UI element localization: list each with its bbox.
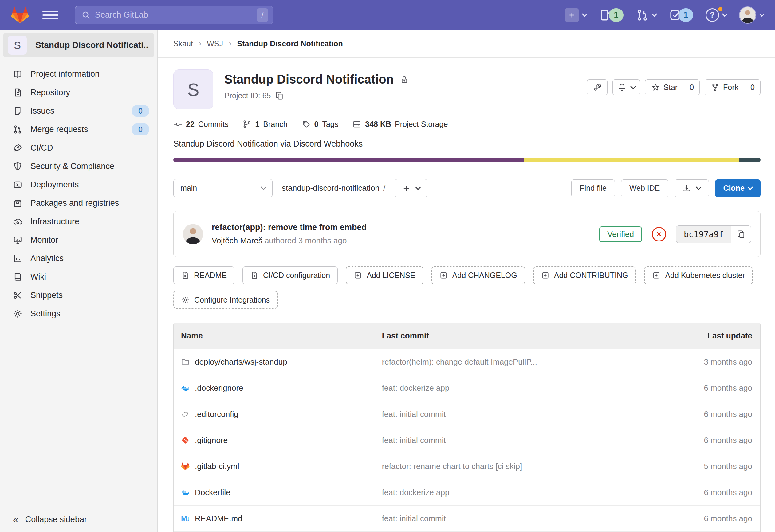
repository-icon [13,88,22,97]
stat-commits[interactable]: 22Commits [173,120,228,129]
sidebar-item-project-information[interactable]: Project information [0,65,157,83]
breadcrumb-group[interactable]: Skaut [173,39,193,48]
file-name[interactable]: Dockerfile [195,488,230,497]
language-segment [524,158,739,162]
sidebar-item-snippets[interactable]: Snippets [0,286,157,304]
add-changelog-button[interactable]: Add CHANGELOG [432,266,525,284]
web-ide-button[interactable]: Web IDE [621,179,668,197]
download-icon [683,184,691,193]
sidebar-item-wiki[interactable]: Wiki [0,268,157,286]
notification-dot [718,7,722,11]
gitlab-icon [181,462,190,471]
row-commit-message[interactable]: feat: initial commit [382,409,659,419]
hamburger-menu-icon[interactable] [42,7,58,23]
sidebar-item-analytics[interactable]: Analytics [0,249,157,268]
add-kubernetes-cluster-button[interactable]: Add Kubernetes cluster [644,266,753,284]
sidebar-item-infrastructure[interactable]: Infrastructure [0,212,157,231]
breadcrumb-separator: › [229,38,231,48]
pipeline-failed-icon[interactable] [652,227,666,241]
star-button[interactable]: Star [645,80,684,95]
sidebar-item-packages-registries[interactable]: Packages and registries [0,194,157,212]
file-name[interactable]: README.md [195,514,242,523]
clone-button[interactable]: Clone [715,179,761,197]
fork-button-group: Fork 0 [705,79,761,95]
breadcrumb-subgroup[interactable]: WSJ [207,39,223,48]
add-file-dropdown[interactable] [395,179,428,197]
commit-author[interactable]: Vojtěch Mareš [212,236,262,245]
row-commit-message[interactable]: feat: dockerize app [382,488,659,497]
merge-requests-menu-button[interactable] [636,9,656,22]
stat-storage[interactable]: 348 KBProject Storage [352,120,448,129]
project-context-header[interactable]: S Standup Discord Notificati... [3,33,154,57]
gear-icon [181,296,190,304]
issues-count-badge: 0 [131,105,149,117]
sidebar-item-merge-requests[interactable]: Merge requests 0 [0,120,157,139]
find-file-button[interactable]: Find file [571,179,615,197]
issues-menu-button[interactable]: 1 [599,8,624,22]
copy-sha-button[interactable] [731,226,751,243]
fork-button[interactable]: Fork [705,80,745,95]
scissors-icon [13,291,22,300]
sidebar-item-monitor[interactable]: Monitor [0,231,157,249]
file-name[interactable]: deploy/charts/wsj-standup [195,357,287,367]
sidebar-item-settings[interactable]: Settings [0,304,157,323]
table-row: deploy/charts/wsj-standup refactor(helm)… [174,349,760,375]
search-bar[interactable]: / [75,6,273,24]
fork-count[interactable]: 0 [745,80,760,95]
help-menu-button[interactable]: ? [706,8,727,22]
repo-path-name[interactable]: standup-discord-notification [282,183,379,193]
readme-button[interactable]: README [173,266,234,284]
sidebar-item-security-compliance[interactable]: Security & Compliance [0,157,157,175]
row-commit-message[interactable]: refactor: rename chart to charts [ci ski… [382,462,659,471]
user-menu-button[interactable] [739,6,764,24]
table-row: .dockerignore feat: dockerize app 6 mont… [174,375,760,401]
storage-icon [352,120,361,129]
sidebar-item-issues[interactable]: Issues 0 [0,102,157,120]
notifications-button[interactable] [613,79,640,95]
stat-branches[interactable]: 1Branch [242,120,287,129]
todos-button[interactable]: 1 [669,8,693,22]
verified-badge[interactable]: Verified [599,226,642,242]
stat-tags[interactable]: 0Tags [302,120,338,129]
search-input[interactable] [95,10,252,20]
star-count[interactable]: 0 [684,80,699,95]
row-commit-message[interactable]: feat: initial commit [382,514,659,523]
settings-wrench-button[interactable] [587,79,608,95]
row-commit-message[interactable]: refactor(helm): change default ImagePull… [382,357,659,367]
add-license-button[interactable]: Add LICENSE [346,266,423,284]
configure-integrations-button[interactable]: Configure Integrations [173,291,278,309]
download-button[interactable] [675,179,709,197]
plus-icon [402,184,411,193]
project-avatar: S [173,69,213,109]
commit-message[interactable]: refactor(app): remove time from embed [212,223,366,232]
todos-count-badge: 1 [679,8,693,22]
row-last-update: 6 months ago [659,409,760,419]
gitlab-logo-icon[interactable] [11,6,29,24]
sidebar-item-deployments[interactable]: Deployments [0,175,157,194]
sidebar-item-cicd[interactable]: CI/CD [0,139,157,157]
cicd-configuration-button[interactable]: CI/CD configuration [242,266,338,284]
row-commit-message[interactable]: feat: dockerize app [382,383,659,393]
file-name[interactable]: .gitignore [195,436,228,445]
row-last-update: 6 months ago [659,514,760,523]
row-commit-message[interactable]: feat: initial commit [382,436,659,445]
sidebar-item-repository[interactable]: Repository [0,83,157,102]
project-avatar: S [8,36,27,55]
branch-selector[interactable]: main [173,179,272,197]
commit-author-avatar[interactable] [183,224,203,244]
language-segment [173,158,524,162]
row-last-update: 3 months ago [659,357,760,367]
add-contributing-button[interactable]: Add CONTRIBUTING [533,266,636,284]
collapse-sidebar-button[interactable]: « Collapse sidebar [0,507,157,532]
file-name[interactable]: .gitlab-ci.yml [195,462,239,471]
file-name[interactable]: .dockerignore [195,383,243,393]
new-menu-button[interactable] [565,8,587,22]
chevron-down-icon [759,11,765,17]
wrench-icon [593,83,602,92]
file-name[interactable]: .editorconfig [195,409,238,419]
monitor-icon [13,235,22,245]
language-bar[interactable] [173,158,761,162]
commit-icon [173,120,182,129]
copy-icon [737,230,746,239]
copy-icon[interactable] [275,91,284,100]
